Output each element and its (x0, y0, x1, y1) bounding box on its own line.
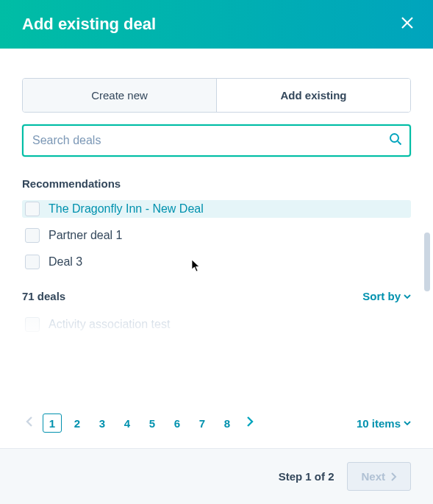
page-4[interactable]: 4 (118, 414, 137, 433)
modal-header: Add existing deal (0, 0, 433, 49)
modal-body: Create new Add existing Recommendations … (0, 49, 433, 398)
recommendation-item[interactable]: Partner deal 1 (22, 227, 411, 244)
caret-down-icon (404, 294, 411, 299)
recommendation-label: Deal 3 (49, 255, 82, 269)
recommendations-list: The Dragonfly Inn - New Deal Partner dea… (22, 200, 411, 271)
modal-title: Add existing deal (22, 15, 156, 34)
page-2[interactable]: 2 (68, 414, 87, 433)
add-existing-deal-modal: Add existing deal Create new Add existin… (0, 0, 433, 504)
close-button[interactable] (396, 12, 418, 37)
modal-footer: Step 1 of 2 Next (0, 448, 433, 504)
tab-group: Create new Add existing (22, 78, 411, 113)
chevron-right-icon (391, 472, 397, 481)
pager: 1 2 3 4 5 6 7 8 (22, 413, 257, 433)
page-1[interactable]: 1 (43, 414, 62, 433)
recommendations-heading: Recommendations (22, 177, 411, 190)
next-button-label: Next (361, 470, 385, 483)
recommendation-item[interactable]: Deal 3 (22, 253, 411, 271)
items-per-page-label: 10 items (357, 417, 401, 430)
page-3[interactable]: 3 (93, 414, 112, 433)
pager-next[interactable] (243, 413, 257, 433)
close-icon (401, 16, 414, 29)
recommendation-label: Partner deal 1 (49, 229, 123, 242)
deal-label: Activity association test (49, 318, 170, 331)
deals-count: 71 deals (22, 290, 65, 302)
recommendation-label: The Dragonfly Inn - New Deal (49, 202, 204, 216)
sort-by-dropdown[interactable]: Sort by (362, 290, 411, 302)
search-wrap (22, 124, 411, 157)
checkbox[interactable] (25, 228, 40, 243)
search-input[interactable] (22, 124, 411, 157)
svg-point-2 (390, 134, 398, 142)
pager-prev[interactable] (22, 413, 37, 433)
search-icon (389, 132, 402, 149)
scrollbar-thumb[interactable] (424, 233, 430, 291)
sort-by-label: Sort by (362, 290, 401, 302)
tab-add-existing[interactable]: Add existing (217, 79, 410, 112)
chevron-left-icon (25, 416, 34, 427)
tab-create-new[interactable]: Create new (23, 79, 217, 112)
checkbox[interactable] (25, 317, 40, 332)
page-5[interactable]: 5 (143, 414, 162, 433)
page-8[interactable]: 8 (218, 414, 237, 433)
page-6[interactable]: 6 (168, 414, 187, 433)
step-indicator: Step 1 of 2 (279, 470, 334, 483)
deals-list-peek: Activity association test (22, 316, 411, 341)
checkbox[interactable] (25, 202, 40, 216)
chevron-right-icon (246, 416, 254, 427)
page-7[interactable]: 7 (193, 414, 212, 433)
deals-header: 71 deals Sort by (22, 290, 411, 302)
caret-down-icon (404, 421, 411, 425)
recommendation-item[interactable]: The Dragonfly Inn - New Deal (22, 200, 411, 218)
items-per-page-dropdown[interactable]: 10 items (357, 417, 411, 430)
deal-item[interactable]: Activity association test (22, 316, 411, 333)
next-button[interactable]: Next (347, 462, 411, 491)
checkbox[interactable] (25, 255, 40, 269)
svg-line-3 (398, 141, 401, 145)
pagination-bar: 1 2 3 4 5 6 7 8 10 items (0, 398, 433, 448)
